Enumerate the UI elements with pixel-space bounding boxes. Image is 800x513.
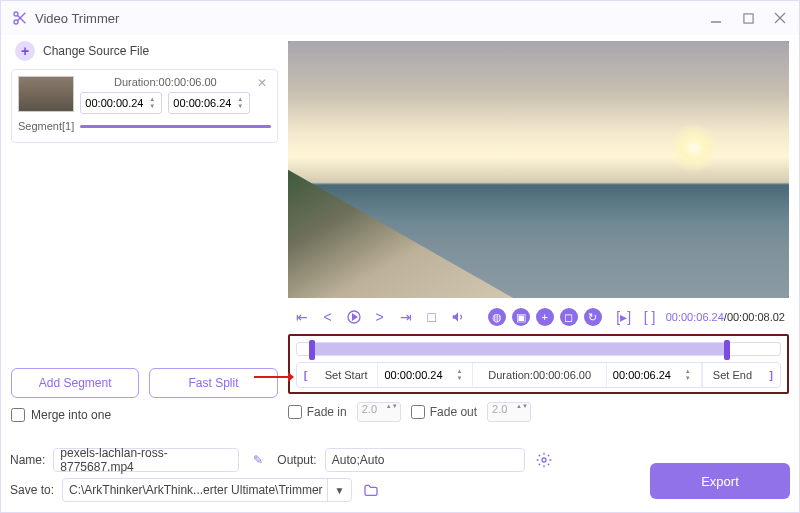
fade-in-value[interactable]: 2.0 ▲▼ <box>357 402 401 422</box>
stepper-icon[interactable]: ▲▼ <box>237 96 247 110</box>
crop-tool-icon[interactable]: ◻ <box>560 308 578 326</box>
edit-tool-2-icon[interactable]: ▣ <box>512 308 530 326</box>
segment-start-input[interactable]: ▲▼ <box>80 92 162 114</box>
stepper-icon[interactable]: ▲▼ <box>456 368 466 382</box>
stepper-icon: ▲▼ <box>516 403 526 410</box>
fade-out-value[interactable]: 2.0 ▲▼ <box>487 402 531 422</box>
close-button[interactable] <box>771 9 789 27</box>
segment-progress-bar <box>80 125 270 128</box>
output-label: Output: <box>277 453 316 467</box>
segment-card: Duration:00:00:06.00 ▲▼ ▲▼ <box>11 69 278 143</box>
stop-icon[interactable]: □ <box>422 307 442 327</box>
segment-name: Segment[1] <box>18 120 74 132</box>
next-frame-icon[interactable]: > <box>370 307 390 327</box>
window-title: Video Trimmer <box>35 11 707 26</box>
trim-end-input[interactable]: ▲▼ <box>607 363 702 387</box>
edit-tool-1-icon[interactable]: ◍ <box>488 308 506 326</box>
prev-frame-icon[interactable]: < <box>318 307 338 327</box>
merge-checkbox[interactable]: Merge into one <box>11 408 278 422</box>
edit-name-icon[interactable]: ✎ <box>247 449 269 471</box>
chevron-down-icon[interactable]: ▼ <box>327 478 351 502</box>
output-input[interactable]: Auto;Auto <box>325 448 525 472</box>
add-tool-icon[interactable]: + <box>536 308 554 326</box>
svg-rect-5 <box>743 13 752 22</box>
rotate-tool-icon[interactable]: ↻ <box>584 308 602 326</box>
volume-icon[interactable] <box>448 307 468 327</box>
right-panel: ⇤ < > ⇥ □ ◍ ▣ + ◻ ↻ [▸] [ ] 00:00:06.24/… <box>284 35 789 422</box>
trim-box: [ Set Start ▲▼ Duration:00:00:06.00 ▲▼ S… <box>288 334 789 394</box>
export-button[interactable]: Export <box>650 463 790 499</box>
left-panel: + Change Source File Duration:00:00:06.0… <box>11 35 278 422</box>
footer: Name: pexels-lachlan-ross-8775687.mp4 ✎ … <box>10 445 790 505</box>
timecode: 00:00:06.24/00:00:08.02 <box>666 311 785 323</box>
stepper-icon[interactable]: ▲▼ <box>685 368 695 382</box>
segment-duration-label: Duration:00:00:06.00 <box>80 76 251 88</box>
titlebar: Video Trimmer <box>1 1 799 35</box>
plus-icon: + <box>15 41 35 61</box>
last-frame-icon[interactable]: ⇥ <box>396 307 416 327</box>
timeline-end-handle[interactable] <box>724 340 730 360</box>
name-input[interactable]: pexels-lachlan-ross-8775687.mp4 <box>53 448 239 472</box>
trim-timeline[interactable] <box>296 342 781 356</box>
segment-thumbnail[interactable] <box>18 76 74 112</box>
set-end-button[interactable]: Set End <box>702 363 762 387</box>
save-path-input[interactable]: C:\ArkThinker\ArkThink...erter Ultimate\… <box>62 478 352 502</box>
segment-end-input[interactable]: ▲▼ <box>168 92 250 114</box>
stepper-icon: ▲▼ <box>386 403 396 410</box>
bracket-out-icon[interactable]: [ ] <box>640 307 660 327</box>
maximize-button[interactable] <box>739 9 757 27</box>
minimize-button[interactable] <box>707 9 725 27</box>
fade-in-checkbox[interactable]: Fade in <box>288 405 347 419</box>
timeline-start-handle[interactable] <box>309 340 315 360</box>
remove-segment-icon[interactable]: ✕ <box>257 76 271 90</box>
open-folder-icon[interactable] <box>360 479 382 501</box>
trim-duration-label: Duration:00:00:06.00 <box>473 363 606 387</box>
video-preview[interactable] <box>288 41 789 298</box>
change-source-label: Change Source File <box>43 44 149 58</box>
svg-point-11 <box>542 458 546 462</box>
fade-out-checkbox[interactable]: Fade out <box>411 405 477 419</box>
save-to-label: Save to: <box>10 483 54 497</box>
set-start-button[interactable]: Set Start <box>315 363 379 387</box>
svg-marker-10 <box>288 372 294 382</box>
trim-start-input[interactable]: ▲▼ <box>378 363 473 387</box>
fade-row: Fade in 2.0 ▲▼ Fade out 2.0 ▲▼ <box>288 402 789 422</box>
change-source-button[interactable]: + Change Source File <box>11 35 278 69</box>
output-settings-icon[interactable] <box>533 449 555 471</box>
end-bracket-icon[interactable]: ] <box>762 363 780 387</box>
app-logo-icon <box>11 9 29 27</box>
player-controls: ⇤ < > ⇥ □ ◍ ▣ + ◻ ↻ [▸] [ ] 00:00:06.24/… <box>288 302 789 332</box>
add-segment-button[interactable]: Add Segment <box>11 368 139 398</box>
bracket-in-icon[interactable]: [▸] <box>614 307 634 327</box>
play-icon[interactable] <box>344 307 364 327</box>
name-label: Name: <box>10 453 45 467</box>
stepper-icon[interactable]: ▲▼ <box>149 96 159 110</box>
first-frame-icon[interactable]: ⇤ <box>292 307 312 327</box>
start-bracket-icon[interactable]: [ <box>297 363 315 387</box>
annotation-arrow-icon <box>254 370 294 384</box>
